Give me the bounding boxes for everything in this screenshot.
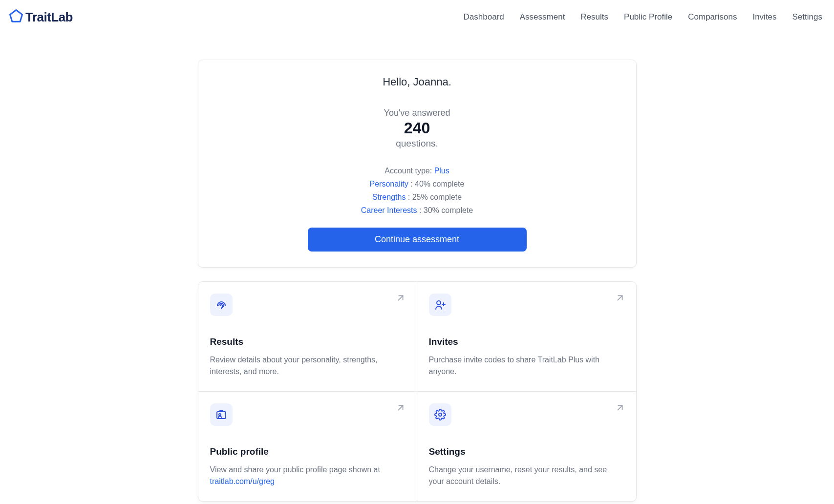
progress-interests-suffix: : 30% complete	[417, 206, 473, 214]
meta-lines: Account type: Plus Personality : 40% com…	[210, 167, 624, 215]
gear-icon	[429, 403, 451, 426]
logo-pentagon-icon	[9, 9, 23, 25]
card-invites-title: Invites	[429, 336, 624, 347]
svg-point-9	[439, 413, 442, 416]
answered-label: You've answered	[210, 108, 624, 118]
progress-personality: Personality : 40% complete	[210, 180, 624, 189]
hero-card: Hello, Joanna. You've answered 240 quest…	[198, 60, 637, 268]
answered-suffix: questions.	[210, 138, 624, 149]
card-settings-title: Settings	[429, 446, 624, 457]
card-settings-desc: Change your username, reset your results…	[429, 464, 620, 487]
nav-dashboard[interactable]: Dashboard	[464, 12, 504, 22]
logo[interactable]: TraitLab	[9, 9, 73, 25]
svg-line-0	[398, 295, 403, 300]
svg-line-1	[618, 295, 622, 300]
card-results[interactable]: Results Review details about your person…	[198, 282, 417, 392]
card-public-profile[interactable]: Public profile View and share your publi…	[198, 392, 417, 501]
main-nav: Dashboard Assessment Results Public Prof…	[464, 12, 822, 22]
nav-cards-grid: Results Review details about your person…	[198, 281, 637, 502]
nav-comparisons[interactable]: Comparisons	[688, 12, 737, 22]
arrow-up-right-icon	[395, 402, 406, 415]
svg-point-2	[437, 301, 441, 305]
card-public-profile-title: Public profile	[210, 446, 405, 457]
account-type-link[interactable]: Plus	[434, 167, 449, 175]
id-card-icon	[210, 403, 233, 426]
progress-strengths-link[interactable]: Strengths	[372, 193, 406, 201]
public-profile-url-link[interactable]: traitlab.com/u/greg	[210, 477, 275, 485]
nav-settings[interactable]: Settings	[792, 12, 822, 22]
card-invites-desc: Purchase invite codes to share TraitLab …	[429, 354, 620, 378]
arrow-up-right-icon	[615, 293, 625, 305]
svg-point-7	[219, 414, 221, 416]
svg-line-8	[618, 405, 622, 410]
fingerprint-icon	[210, 294, 233, 316]
progress-strengths-suffix: : 25% complete	[406, 193, 462, 201]
nav-public-profile[interactable]: Public Profile	[624, 12, 672, 22]
card-public-profile-desc-prefix: View and share your public profile page …	[210, 465, 380, 474]
answered-count: 240	[210, 119, 624, 137]
logo-text: TraitLab	[25, 10, 73, 25]
nav-invites[interactable]: Invites	[752, 12, 776, 22]
svg-line-5	[398, 405, 403, 410]
progress-personality-suffix: : 40% complete	[408, 180, 465, 188]
arrow-up-right-icon	[615, 402, 625, 415]
progress-personality-link[interactable]: Personality	[370, 180, 408, 188]
nav-assessment[interactable]: Assessment	[520, 12, 565, 22]
arrow-up-right-icon	[395, 293, 406, 305]
progress-interests-link[interactable]: Career Interests	[361, 206, 417, 214]
progress-strengths: Strengths : 25% complete	[210, 193, 624, 202]
continue-assessment-button[interactable]: Continue assessment	[308, 228, 527, 252]
nav-results[interactable]: Results	[580, 12, 608, 22]
account-type-line: Account type: Plus	[210, 167, 624, 175]
site-header: TraitLab Dashboard Assessment Results Pu…	[0, 0, 834, 34]
card-results-desc: Review details about your personality, s…	[210, 354, 401, 378]
account-type-label: Account type:	[385, 167, 434, 175]
card-public-profile-desc: View and share your public profile page …	[210, 464, 401, 487]
card-invites[interactable]: Invites Purchase invite codes to share T…	[417, 282, 636, 392]
card-settings[interactable]: Settings Change your username, reset you…	[417, 392, 636, 501]
greeting: Hello, Joanna.	[210, 76, 624, 88]
card-results-title: Results	[210, 336, 405, 347]
progress-interests: Career Interests : 30% complete	[210, 206, 624, 215]
user-plus-icon	[429, 294, 451, 316]
